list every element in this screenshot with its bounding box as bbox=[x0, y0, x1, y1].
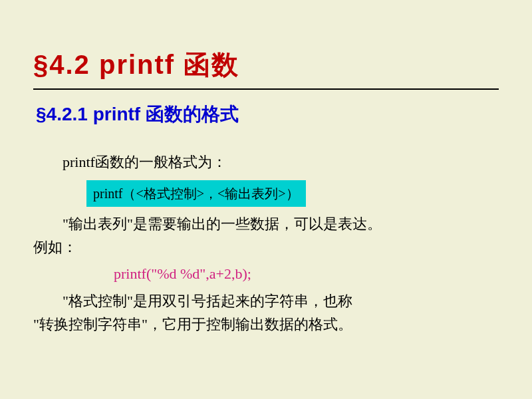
subsection-heading: §4.2.1 printf 函数的格式 bbox=[33, 102, 499, 127]
body-paragraph: "格式控制"是用双引号括起来的字符串，也称 bbox=[33, 289, 499, 313]
body-paragraph: "输出表列"是需要输出的一些数据，可以是表达。 bbox=[33, 212, 499, 235]
syntax-highlight: printf（<格式控制>，<输出表列>） bbox=[86, 180, 306, 207]
code-example: printf("%d %d",a+2,b); bbox=[114, 262, 499, 285]
body-paragraph: 例如： bbox=[33, 235, 499, 259]
body-paragraph: "转换控制字符串"，它用于控制输出数据的格式。 bbox=[33, 313, 499, 336]
body-paragraph: printf函数的一般格式为： bbox=[33, 150, 499, 174]
section-heading: §4.2 printf 函数 bbox=[33, 47, 499, 90]
